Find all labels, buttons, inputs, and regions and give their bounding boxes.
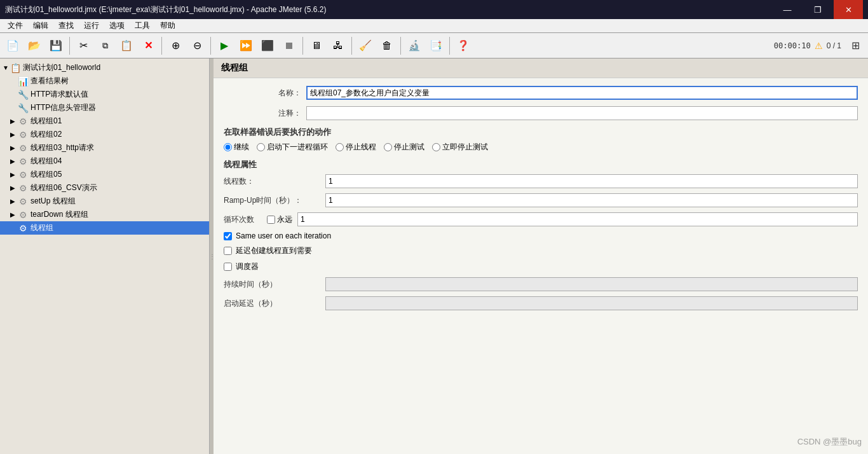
tg06-arrow: ▶ xyxy=(10,184,18,191)
menu-options[interactable]: 选项 xyxy=(104,19,130,32)
radio-continue-input[interactable] xyxy=(224,143,232,151)
radio-stop-thread[interactable]: 停止线程 xyxy=(336,142,376,153)
http-header-label: HTTP信息头管理器 xyxy=(31,102,96,113)
comment-label: 注释： xyxy=(224,108,306,119)
sep6 xyxy=(400,37,401,55)
sidebar-item-http-defaults[interactable]: 🔧 HTTP请求默认值 xyxy=(0,88,209,101)
function-helper-button[interactable]: 🔬 xyxy=(404,36,424,56)
sidebar-item-thread-group-06[interactable]: ▶ ⚙ 线程组06_CSV演示 xyxy=(0,181,209,195)
tg06-label: 线程组06_CSV演示 xyxy=(31,182,97,193)
restore-button[interactable]: ❐ xyxy=(803,0,832,19)
sidebar-item-http-header[interactable]: 🔧 HTTP信息头管理器 xyxy=(0,101,209,114)
comment-row: 注释： xyxy=(224,106,858,120)
sidebar-item-thread-group-01[interactable]: ▶ ⚙ 线程组01 xyxy=(0,114,209,128)
menu-edit[interactable]: 编辑 xyxy=(28,19,53,32)
sidebar-item-thread-group-02[interactable]: ▶ ⚙ 线程组02 xyxy=(0,128,209,141)
forever-checkbox-label[interactable]: 永远 xyxy=(267,214,292,225)
sidebar-item-results-tree[interactable]: 📊 查看结果树 xyxy=(0,74,209,88)
menu-bar: 文件 编辑 查找 运行 选项 工具 帮助 xyxy=(0,19,868,33)
radio-continue[interactable]: 继续 xyxy=(224,142,249,153)
forever-checkbox[interactable] xyxy=(267,216,275,224)
start-button[interactable]: ▶ xyxy=(214,36,234,56)
radio-next-loop-input[interactable] xyxy=(257,143,265,151)
forever-label: 永远 xyxy=(277,214,292,225)
minimize-button[interactable]: — xyxy=(773,0,802,19)
teardown-label: tearDown 线程组 xyxy=(31,209,88,220)
radio-stop-now-label: 立即停止测试 xyxy=(442,142,488,153)
stop-button[interactable]: ⬛ xyxy=(257,36,278,56)
radio-stop-thread-label: 停止线程 xyxy=(346,142,376,153)
tg06-icon: ⚙ xyxy=(18,183,28,193)
radio-stop-now[interactable]: 立即停止测试 xyxy=(432,142,488,153)
clearall-button[interactable]: 🗑 xyxy=(377,36,397,56)
new-button[interactable]: 📄 xyxy=(3,36,23,56)
remote-start-button[interactable]: 🖥 xyxy=(306,36,327,56)
setup-arrow: ▶ xyxy=(10,198,18,205)
delete-button[interactable]: ✕ xyxy=(138,36,158,56)
expand-button[interactable]: ⊕ xyxy=(165,36,186,56)
menu-search[interactable]: 查找 xyxy=(53,19,79,32)
menu-tools[interactable]: 工具 xyxy=(130,19,155,32)
delay-create-checkbox[interactable] xyxy=(224,247,232,255)
thread-count-row: 线程数： xyxy=(224,174,858,188)
error-section: 在取样器错误后要执行的动作 继续 启动下一进程循环 停止线程 xyxy=(224,127,858,153)
tg02-icon: ⚙ xyxy=(18,130,28,140)
tree-root[interactable]: ▼ 📋 测试计划01_helloworld xyxy=(0,61,209,74)
help-button[interactable]: ❓ xyxy=(453,36,473,56)
copy-button[interactable]: ⧉ xyxy=(95,36,115,56)
startup-delay-input[interactable] xyxy=(325,296,858,310)
tg04-icon: ⚙ xyxy=(18,156,28,167)
rampup-label: Ramp-Up时间（秒）： xyxy=(224,195,325,206)
startup-delay-label: 启动延迟（秒） xyxy=(224,298,325,309)
close-button[interactable]: ✕ xyxy=(834,0,863,19)
menu-help[interactable]: 帮助 xyxy=(155,19,180,32)
thread-count-input[interactable] xyxy=(325,174,858,188)
template-button[interactable]: 📑 xyxy=(426,36,446,56)
menu-file[interactable]: 文件 xyxy=(3,19,28,32)
radio-stop-now-input[interactable] xyxy=(432,143,440,151)
tg01-label: 线程组01 xyxy=(31,116,62,127)
scheduler-label: 调度器 xyxy=(236,261,259,272)
watermark: CSDN @墨墨bug xyxy=(797,436,862,448)
radio-stop-test-input[interactable] xyxy=(384,143,392,151)
radio-continue-label: 继续 xyxy=(234,142,249,153)
remote-stop-button[interactable]: 🖧 xyxy=(328,36,348,56)
sidebar-item-thread-group-05[interactable]: ▶ ⚙ 线程组05 xyxy=(0,168,209,181)
duration-input[interactable] xyxy=(325,277,858,291)
sidebar-item-thread-group-03[interactable]: ▶ ⚙ 线程组03_http请求 xyxy=(0,141,209,155)
loop-count-input[interactable] xyxy=(297,212,858,226)
tg02-arrow: ▶ xyxy=(10,131,18,138)
same-user-label: Same user on each iteration xyxy=(236,231,331,240)
comment-input[interactable] xyxy=(306,106,858,120)
radio-stop-test[interactable]: 停止测试 xyxy=(384,142,424,153)
start-nopause-button[interactable]: ⏩ xyxy=(236,36,256,56)
toolbar: 📄 📂 💾 ✂ ⧉ 📋 ✕ ⊕ ⊖ ▶ ⏩ ⬛ ⏹ 🖥 🖧 🧹 🗑 🔬 📑 ❓ … xyxy=(0,33,868,58)
sidebar-item-setup-thread-group[interactable]: ▶ ⚙ setUp 线程组 xyxy=(0,195,209,208)
http-header-icon: 🔧 xyxy=(18,103,28,113)
current-tg-label: 线程组 xyxy=(31,223,53,233)
sidebar-item-teardown-thread-group[interactable]: ▶ ⚙ tearDown 线程组 xyxy=(0,208,209,221)
clear-button[interactable]: 🧹 xyxy=(355,36,376,56)
paste-button[interactable]: 📋 xyxy=(116,36,137,56)
cut-button[interactable]: ✂ xyxy=(73,36,93,56)
sep5 xyxy=(351,37,352,55)
rampup-row: Ramp-Up时间（秒）： xyxy=(224,193,858,207)
rampup-input[interactable] xyxy=(325,193,858,207)
tg03-label: 线程组03_http请求 xyxy=(31,142,94,153)
thread-props-title: 线程属性 xyxy=(224,159,858,170)
scheduler-checkbox[interactable] xyxy=(224,263,232,271)
radio-next-loop[interactable]: 启动下一进程循环 xyxy=(257,142,328,153)
same-user-checkbox[interactable] xyxy=(224,232,232,240)
open-button[interactable]: 📂 xyxy=(24,36,44,56)
tree-root-label: 测试计划01_helloworld xyxy=(23,62,100,73)
error-radio-group: 继续 启动下一进程循环 停止线程 停止测试 xyxy=(224,142,858,153)
radio-stop-thread-input[interactable] xyxy=(336,143,344,151)
sidebar-item-thread-group-current[interactable]: ⚙ 线程组 xyxy=(0,221,209,235)
remote-hosts-button[interactable]: ⊞ xyxy=(845,36,865,56)
shutdown-button[interactable]: ⏹ xyxy=(279,36,299,56)
collapse-button[interactable]: ⊖ xyxy=(187,36,207,56)
name-input[interactable] xyxy=(306,86,858,100)
sidebar-item-thread-group-04[interactable]: ▶ ⚙ 线程组04 xyxy=(0,155,209,168)
save-button[interactable]: 💾 xyxy=(46,36,66,56)
menu-run[interactable]: 运行 xyxy=(79,19,104,32)
